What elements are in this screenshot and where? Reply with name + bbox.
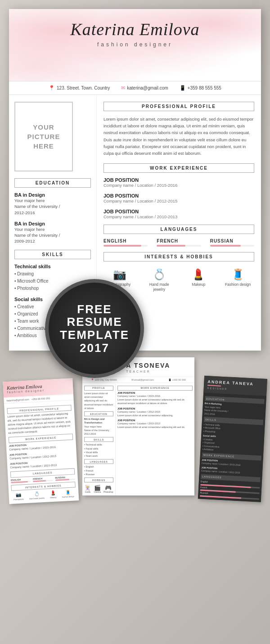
- job-title-3: JOB POSITION: [104, 209, 254, 214]
- center-skills-text: • Technical skills• Facial skills• Vocal…: [84, 443, 113, 458]
- center-work-section: WORK EXPERIENCE: [117, 386, 193, 391]
- edu-major-2: Your major here: [14, 226, 91, 232]
- phone-icon: 📱: [180, 85, 186, 91]
- edu-major-1: Your major here: [14, 198, 91, 203]
- edu-entry-1: BA in Design Your major here Name of the…: [14, 192, 91, 216]
- lang-french-fill: [157, 245, 185, 247]
- hobby-cinema: 🎬 Cinema: [94, 485, 101, 493]
- dark-accent: [207, 385, 221, 387]
- main-resume-card: Katerina Emilova fashion designer 📍 123.…: [9, 9, 261, 351]
- makeup-icon: 💄: [182, 268, 215, 281]
- center-job2-detail: Company name / Location / 2012-2015: [117, 410, 193, 414]
- hobby-cards: 🃏 Cards: [84, 485, 91, 493]
- center-edu-section: EDUCATION: [84, 411, 113, 416]
- center-job3-desc: Lorem ipsum dolor sit amet consectetur a…: [117, 425, 193, 429]
- lang-english: ENGLISH: [104, 239, 148, 247]
- cinema-icon: 🎬: [94, 485, 101, 491]
- email-text: katerina@gmail.com: [127, 86, 168, 90]
- cards-label: Cards: [84, 491, 91, 493]
- center-city: 📍 123 City, City 00000: [91, 378, 117, 381]
- job-title-2: JOB POSITION: [104, 193, 254, 198]
- interests-header: INTERESTS & HOBBIES: [104, 252, 254, 261]
- languages-section: ENGLISH FRENCH RUSSIAN: [104, 239, 254, 247]
- center-job3-detail: Company name / Location / 2010-2013: [117, 422, 193, 425]
- center-profile-text: Lorem ipsum dolor sit amet consectetur a…: [84, 392, 113, 410]
- contact-address: 📍 123. Street. Town. Country: [49, 85, 110, 91]
- preview-center: MARIA TSONEVA TEACHER 📍 123 City, City 0…: [82, 357, 194, 495]
- edu-years-2: 2009-2012: [14, 238, 91, 244]
- center-profile-section: PROFILE: [84, 386, 113, 391]
- center-lang-section: LANGUAGES: [84, 459, 113, 464]
- mini-int-3: 💄Makeup: [50, 490, 56, 500]
- overlay-line2: RESUME: [67, 315, 122, 329]
- job-detail-2: Company name / Location / 2012-2015: [104, 198, 254, 203]
- edu-school-1: Name of the University /: [14, 203, 91, 209]
- mini-phone: +359 88 555 555: [32, 397, 50, 401]
- edu-degree-2: BA in Design: [14, 221, 91, 226]
- name-section: Katerina Emilova fashion designer: [9, 9, 261, 48]
- center-right-col: WORK EXPERIENCE JOB POSITION Company nam…: [116, 384, 193, 495]
- edu-school-2: Name of the University /: [14, 232, 91, 238]
- mini-profile-text: Lorem ipsum dolor sit amet, consectetur …: [7, 412, 72, 435]
- cinema-label: Cinema: [94, 491, 101, 493]
- interest-jewelry: 💍 Hand made jewelry: [143, 268, 176, 292]
- preview-right: ANDREA TANEVA DESIGNER EDUCATION BA in M…: [198, 375, 267, 501]
- dark-profession: DESIGNER: [207, 387, 263, 392]
- mini-int-1: 📷Photography: [13, 491, 24, 501]
- jewelry-icon: 💍: [143, 268, 176, 281]
- job-detail-3: Company name / Location / 2010-2013: [104, 214, 254, 219]
- skills-header: SKILLS: [14, 250, 91, 259]
- fashion-label: Fashion design: [222, 282, 255, 287]
- dark-skills-text: • Technical skills• Microsoft Office• Ph…: [203, 423, 263, 436]
- watercolor-header: Katerina Emilova fashion designer: [9, 9, 261, 81]
- dark-body: EDUCATION BA in Marketing Your major her…: [198, 392, 266, 502]
- lang-row: ENGLISH FRENCH RUSSIAN: [104, 239, 254, 247]
- content-wrapper: Katerina Emilova fashion designer 📍 123.…: [0, 0, 270, 507]
- skill-item: Drawing: [14, 270, 91, 278]
- mini-int-4: 🧵Fashion design: [62, 489, 74, 499]
- center-job1-desc: Lorem ipsum dolor sit amet consectetur a…: [117, 398, 193, 405]
- resume-profession: fashion designer: [9, 41, 261, 48]
- center-skills-section: SKILLS: [84, 437, 113, 442]
- center-job1-detail: Company name / Location / 2015-2016: [117, 394, 193, 398]
- job-entry-3: JOB POSITION Company name / Location / 2…: [104, 209, 254, 219]
- job-entry-1: JOB POSITION Company name / Location / 2…: [104, 177, 254, 188]
- mini-body-left: PROFESSIONAL PROFILE Lorem ipsum dolor s…: [4, 400, 79, 504]
- overlay-line1: FREE: [77, 302, 112, 316]
- lang-french-bar: [157, 245, 201, 247]
- center-job2-desc: Lorem ipsum dolor sit amet consectetur a…: [117, 414, 193, 417]
- mini-lang-en: ENGLISH: [11, 477, 31, 483]
- lang-french: FRENCH: [157, 239, 201, 247]
- lang-english-fill: [104, 245, 141, 247]
- email-icon: ✉: [121, 85, 125, 91]
- center-body: PROFILE Lorem ipsum dolor sit amet conse…: [82, 384, 194, 495]
- edu-entry-2: BA in Design Your major here Name of the…: [14, 221, 91, 244]
- ps-icon: 🎮: [104, 485, 113, 491]
- overlay-line4: 2017: [80, 341, 109, 355]
- contact-bar: 📍 123. Street. Town. Country ✉ katerina@…: [9, 81, 261, 95]
- fashion-icon: 🧵: [222, 268, 255, 281]
- ps-label: Photoshop: [104, 491, 113, 493]
- languages-header: LANGUAGES: [104, 225, 254, 234]
- overlay-circle: FREE RESUME TEMPLATE 2017: [45, 279, 144, 378]
- mini-lang-fr: FRENCH: [33, 476, 53, 482]
- resume-name: Katerina Emilova: [9, 20, 261, 39]
- contact-phone: 📱 +359 88 555 555: [180, 85, 221, 91]
- phone-text: +359 88 555 555: [188, 86, 221, 90]
- center-phone: 📱 +000 00 000: [168, 378, 186, 381]
- center-hobbies-section: HOBBIES: [84, 477, 113, 482]
- picture-text: YOURPICTUREHERE: [27, 122, 60, 151]
- dark-social-text: • Creative• Organized• Communicative• Am…: [202, 437, 262, 454]
- mini-lang-ru: RUSSIAN: [55, 475, 75, 481]
- preview-left: Katerina Emilova fashion designer kateri…: [3, 378, 79, 504]
- dark-header: ANDREA TANEVA DESIGNER: [203, 375, 267, 396]
- mini-int-2: 💍Hand made jewelry: [29, 490, 45, 500]
- job-detail-1: Company name / Location / 2015-2016: [104, 183, 254, 188]
- job-entry-2: JOB POSITION Company name / Location / 2…: [104, 193, 254, 203]
- hobby-ps: 🎮 Photoshop: [104, 485, 113, 493]
- technical-skills-title: Technical skills: [14, 264, 91, 269]
- jewelry-label: Hand made jewelry: [143, 282, 176, 292]
- profile-header: PROFESSIONAL PROFILE: [104, 102, 254, 111]
- profile-text: Lorem ipsum dolor sit amet, consectetur …: [104, 116, 254, 157]
- interest-makeup: 💄 Makeup: [182, 268, 215, 292]
